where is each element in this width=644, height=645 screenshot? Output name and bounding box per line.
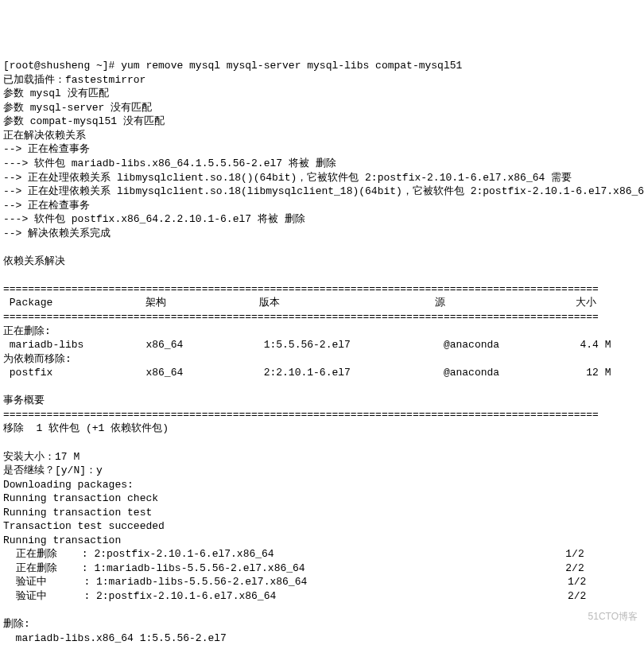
output-line: 删除:: [3, 618, 30, 630]
output-line: --> 解决依赖关系完成: [3, 227, 111, 239]
output-line: Running transaction test: [3, 507, 152, 519]
table-header: Package 架构 版本 源 大小: [3, 297, 596, 309]
output-line: --> 正在处理依赖关系 libmysqlclient.so.18()(64bi…: [3, 172, 572, 184]
output-line: Running transaction: [3, 534, 121, 546]
table-row: postfix x86_64 2:2.10.1-6.el7 @anaconda …: [3, 367, 611, 379]
output-line: 参数 mysql 没有匹配: [3, 87, 109, 99]
output-line: 已加载插件：fastestmirror: [3, 74, 145, 86]
output-line: 正在解决依赖关系: [3, 130, 86, 142]
output-line: 参数 mysql-server 没有匹配: [3, 102, 152, 114]
output-line: ---> 软件包 postfix.x86_64.2.2.10.1-6.el7 将…: [3, 213, 305, 225]
output-line: mariadb-libs.x86_64 1:5.5.56-2.el7: [3, 632, 227, 644]
output-line: 正在删除:: [3, 325, 51, 337]
terminal-output: [root@shusheng ~]# yum remove mysql mysq…: [3, 59, 641, 645]
output-line: ---> 软件包 mariadb-libs.x86_64.1.5.5.56-2.…: [3, 157, 336, 169]
output-line: 安装大小：17 M: [3, 451, 80, 463]
output-line: 事务概要: [3, 394, 45, 406]
output-line: 验证中 : 1:mariadb-libs-5.5.56-2.el7.x86_64…: [3, 576, 586, 588]
output-line: 正在删除 : 2:postfix-2.10.1-6.el7.x86_64 1/2: [3, 548, 584, 560]
table-row: mariadb-libs x86_64 1:5.5.56-2.el7 @anac…: [3, 339, 611, 351]
output-line: 依赖关系解决: [3, 255, 65, 267]
output-line: --> 正在检查事务: [3, 200, 90, 212]
output-line: 参数 compat-mysql51 没有匹配: [3, 115, 165, 127]
output-line: Running transaction check: [3, 492, 158, 504]
separator-line: ========================================…: [3, 409, 599, 421]
prompt-input[interactable]: 是否继续？[y/N]：y: [3, 464, 103, 476]
separator-line: ========================================…: [3, 283, 599, 295]
separator-line: ========================================…: [3, 311, 599, 323]
output-line: 验证中 : 2:postfix-2.10.1-6.el7.x86_64 2/2: [3, 590, 586, 602]
output-line: 正在删除 : 1:mariadb-libs-5.5.56-2.el7.x86_6…: [3, 562, 584, 574]
output-line: 移除 1 软件包 (+1 依赖软件包): [3, 422, 169, 434]
output-line: 为依赖而移除:: [3, 353, 72, 365]
output-line: --> 正在检查事务: [3, 143, 90, 155]
output-line: Downloading packages:: [3, 479, 134, 491]
output-line: Transaction test succeeded: [3, 520, 165, 532]
prompt-line: [root@shusheng ~]# yum remove mysql mysq…: [3, 60, 462, 72]
watermark-label: 51CTO博客: [588, 610, 638, 623]
output-line: --> 正在处理依赖关系 libmysqlclient.so.18(libmys…: [3, 185, 644, 197]
